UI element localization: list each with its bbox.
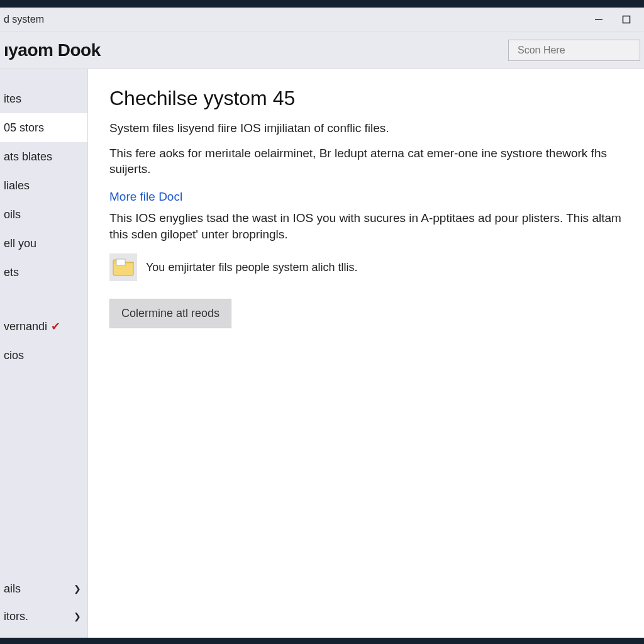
- sidebar-item[interactable]: ites: [0, 84, 87, 113]
- sidebar-item[interactable]: ell you: [0, 229, 87, 258]
- maximize-icon: [622, 15, 631, 24]
- search-box[interactable]: [508, 40, 640, 61]
- note-row: You emjirtater fils people system alich …: [109, 253, 638, 281]
- window-maximize-button[interactable]: [613, 10, 640, 29]
- window-titlebar: d system: [0, 8, 644, 31]
- folder-icon: [109, 253, 137, 281]
- sidebar-item[interactable]: ets: [0, 258, 87, 287]
- sidebar-item-label: cios: [4, 349, 24, 362]
- sidebar-item-label: ets: [4, 266, 19, 279]
- sidebar-item-label: vernandi: [4, 320, 47, 333]
- sidebar-bottom-item[interactable]: itors. ❯: [0, 602, 87, 630]
- sidebar-item-label: 05 stors: [4, 121, 44, 135]
- note-text: You emjirtater fils people system alich …: [146, 261, 357, 274]
- window-title: d system: [4, 14, 44, 25]
- sidebar-item-label: liales: [4, 179, 30, 192]
- sidebar-item-label: ell you: [4, 237, 36, 250]
- paragraph-3: This IOS enyglies tsad the wast in IOS y…: [109, 210, 638, 242]
- chrome-top-strip: [0, 0, 644, 8]
- app-brand: ıyaom Dook: [4, 40, 101, 60]
- sidebar-item[interactable]: cios: [0, 341, 87, 370]
- chrome-bottom-strip: [0, 638, 644, 644]
- search-input[interactable]: [518, 45, 643, 56]
- sidebar-item-label: ites: [4, 92, 21, 106]
- sidebar-item[interactable]: 05 stors: [0, 113, 87, 142]
- intro-paragraph-1: System files lisyend fiire IOS imjiliata…: [109, 120, 638, 136]
- window-minimize-button[interactable]: [585, 10, 613, 29]
- sidebar: ites 05 stors ats blates liales oils ell…: [0, 69, 88, 644]
- sidebar-bottom-item[interactable]: ails ❯: [0, 575, 87, 602]
- chevron-right-icon: ❯: [74, 584, 81, 594]
- primary-action-button[interactable]: Colermine atl reods: [109, 299, 231, 328]
- intro-paragraph-2: This fere aoks for meriıtale oelairminet…: [109, 145, 638, 177]
- chevron-right-icon: ❯: [74, 611, 81, 621]
- app-header: ıyaom Dook: [0, 31, 644, 69]
- svg-rect-1: [623, 16, 630, 23]
- sidebar-item-label: ails: [4, 582, 21, 596]
- sidebar-item-label: itors.: [4, 610, 28, 623]
- svg-rect-5: [116, 259, 125, 265]
- sidebar-item[interactable]: vernandi ✔: [0, 312, 87, 341]
- minimize-icon: [594, 15, 603, 24]
- sidebar-item-label: ats blates: [4, 150, 52, 164]
- sidebar-item-label: oils: [4, 208, 21, 221]
- page-title: Chechilse yystom 45: [109, 87, 638, 110]
- check-icon: ✔: [51, 319, 60, 333]
- sidebar-item[interactable]: ats blates: [0, 142, 87, 171]
- main-content: Chechilse yystom 45 System files lisyend…: [88, 69, 644, 644]
- sidebar-item[interactable]: liales: [0, 171, 87, 200]
- more-docs-link[interactable]: More file Docl: [109, 190, 182, 204]
- sidebar-item[interactable]: oils: [0, 200, 87, 229]
